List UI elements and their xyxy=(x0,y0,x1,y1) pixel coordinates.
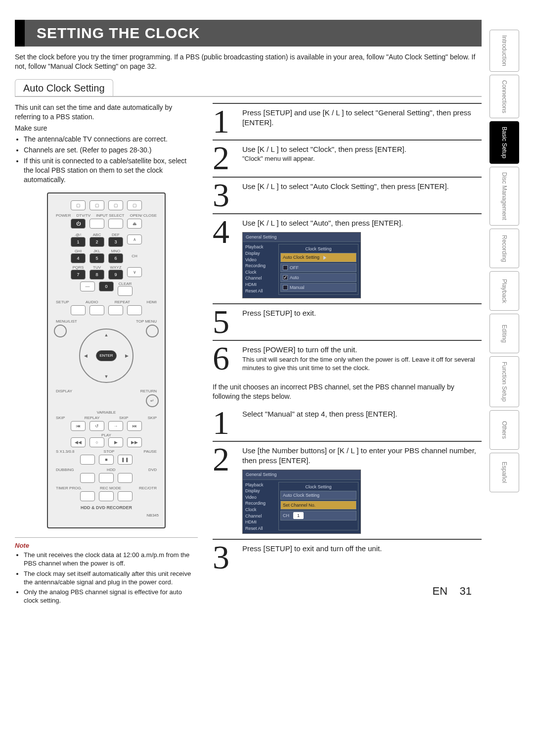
keypad-6: 6 xyxy=(108,253,123,263)
down-arrow-icon: ▼ xyxy=(104,374,109,379)
step-text: Use [the Number buttons] or [K / L ] to … xyxy=(242,446,482,466)
skip-fwd-button: ⏭ xyxy=(127,421,142,431)
remote-led: ▢ xyxy=(127,200,142,210)
step-subtext: This unit will search for the time only … xyxy=(242,355,482,373)
tab-basic-setup[interactable]: Basic Setup xyxy=(490,121,519,164)
step: 3 Press [SETUP] to exit and turn off the… xyxy=(213,539,482,575)
stop-button: ■ xyxy=(99,455,114,465)
menu-button xyxy=(54,325,67,337)
remote-label: DTV/TV xyxy=(77,213,90,218)
step-number: 1 xyxy=(213,409,242,436)
right-arrow-icon: ▶ xyxy=(125,353,129,358)
step-number: 4 xyxy=(213,218,242,298)
rew-button: ◀◀ xyxy=(71,437,86,447)
bullet: If this unit is connected to a cable/sat… xyxy=(24,156,198,185)
osd-side-item: Reset All xyxy=(245,525,275,532)
remote-product-label: HDD & DVD RECORDER xyxy=(54,505,159,510)
remote-illustration: ▢ ▢ ▢ ▢ POWER DTV/TV INPUT SELECT OPEN/ … xyxy=(47,192,166,528)
pause-button: ❚❚ xyxy=(118,455,133,465)
osd-side-item: Channel xyxy=(245,275,275,282)
step-number: 3 xyxy=(213,544,242,570)
remote-label: HDMI xyxy=(147,300,157,304)
step-number: 5 xyxy=(213,308,242,335)
note-heading: Note xyxy=(15,542,198,549)
keypad-4: 4 xyxy=(71,253,86,263)
step-number: 2 xyxy=(213,144,242,171)
section-heading-wrap: Auto Clock Setting xyxy=(15,79,482,97)
input-select-button xyxy=(108,219,123,229)
osd-side-item: Display xyxy=(245,250,275,257)
remote-label: INPUT SELECT xyxy=(96,213,124,218)
osd-side-item: Recording xyxy=(245,263,275,269)
osd-side-item: Clock xyxy=(245,507,275,513)
remote-label: OPEN/ CLOSE xyxy=(130,213,157,218)
tab-disc-management[interactable]: Disc Management xyxy=(490,167,519,226)
keypad-sup: DEF xyxy=(108,233,123,237)
osd-side-item: Display xyxy=(245,488,275,494)
tab-function-setup[interactable]: Function Setup xyxy=(490,356,519,407)
tab-editing[interactable]: Editing xyxy=(490,314,519,353)
step: 5 Press [SETUP] to exit. xyxy=(213,303,482,340)
remote-label: AUDIO xyxy=(86,300,98,304)
tab-introduction[interactable]: Introduction xyxy=(490,30,519,72)
step: 2 Use [the Number buttons] or [K / L ] t… xyxy=(213,441,482,539)
dubbing-button xyxy=(80,473,95,483)
skip-label: SKIP xyxy=(56,416,65,420)
step-text: Select "Manual" at step 4, then press [E… xyxy=(242,409,482,436)
note-item: Only the analog PBS channel signal is ef… xyxy=(24,588,198,605)
keypad-dash: — xyxy=(80,282,95,291)
return-label: RETURN xyxy=(140,389,157,393)
dubbing-label: DUBBING xyxy=(56,468,74,472)
step-number: 3 xyxy=(213,182,242,208)
osd-panel-title: Clock Setting xyxy=(280,246,356,252)
footer-page: 31 xyxy=(460,585,472,597)
osd-sidebar: Playback Display Video Recording Clock C… xyxy=(243,242,277,298)
keypad-8: 8 xyxy=(89,270,104,280)
timer-button xyxy=(80,491,95,501)
keypad-1: 1 xyxy=(71,237,86,247)
title-bar-wrap: SETTING THE CLOCK xyxy=(15,20,482,47)
tab-recording[interactable]: Recording xyxy=(490,229,519,268)
audio-button xyxy=(89,305,104,315)
section-heading: Auto Clock Setting xyxy=(15,79,113,96)
tab-playback[interactable]: Playback xyxy=(490,271,519,311)
play-label: PLAY xyxy=(54,433,159,437)
osd-side-item: Video xyxy=(245,494,275,501)
left-arrow-icon: ◀ xyxy=(84,353,88,358)
osd-ch-value: 1 xyxy=(293,512,304,519)
keypad-7: 7 xyxy=(71,270,86,280)
ff-button: ▶▶ xyxy=(127,437,142,447)
osd-row-manual: Manual xyxy=(280,283,356,292)
replay-button: ↺ xyxy=(89,421,104,431)
keypad-2: 2 xyxy=(89,237,104,247)
skip-fwd-small-button: → xyxy=(108,421,123,431)
osd-sidebar: Playback Display Video Recording Clock C… xyxy=(243,480,277,534)
osd-row-set-channel: Set Channel No. xyxy=(280,501,356,510)
speed-button xyxy=(80,455,95,465)
osd-side-item: Channel xyxy=(245,513,275,520)
skip-label: SKIP xyxy=(119,416,128,420)
hdd-button xyxy=(99,473,114,483)
checkbox-icon xyxy=(283,265,288,270)
tab-connections[interactable]: Connections xyxy=(490,75,519,119)
step: 3 Use [K / L ] to select "Auto Clock Set… xyxy=(213,177,482,213)
speed-label: S X1.3/0.8 xyxy=(56,449,74,454)
remote-model-label: NB345 xyxy=(54,513,159,518)
dvd-button xyxy=(118,473,133,483)
note-item: The unit receives the clock data at 12:0… xyxy=(24,551,198,568)
hdmi-button xyxy=(127,305,142,315)
step-text: Press [SETUP] to exit. xyxy=(242,308,482,335)
page-footer: EN 31 xyxy=(213,585,482,598)
tab-others[interactable]: Others xyxy=(490,410,519,450)
side-tabs: Introduction Connections Basic Setup Dis… xyxy=(490,20,519,607)
recotr-button xyxy=(118,491,133,501)
footer-lang: EN xyxy=(433,585,448,597)
keypad-sup: MNO xyxy=(108,249,123,253)
osd-side-item: Playback xyxy=(245,244,275,250)
tab-espanol[interactable]: Español xyxy=(490,453,519,492)
replay-label: REPLAY xyxy=(85,416,100,420)
open-close-button: ⏏ xyxy=(127,219,142,229)
osd-side-item: Reset All xyxy=(245,288,275,294)
osd-panel-title: Clock Setting xyxy=(280,484,356,490)
osd-row-auto-clock: Auto Clock Setting xyxy=(280,491,356,500)
